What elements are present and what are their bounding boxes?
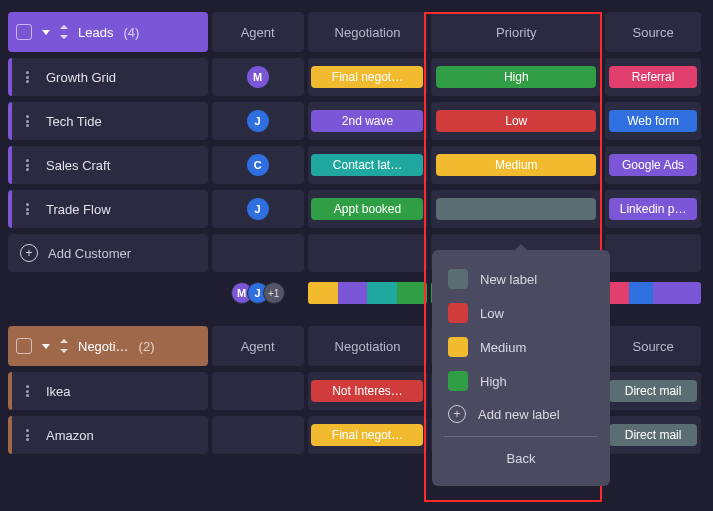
source-pill: Google Ads: [609, 154, 697, 176]
negotiation-cell[interactable]: Not Interes…: [308, 372, 428, 410]
priority-pill: Medium: [436, 154, 596, 176]
table-row[interactable]: Tech TideJ2nd waveLowWeb form: [8, 102, 705, 140]
kebab-icon[interactable]: [20, 114, 34, 128]
dropdown-back-button[interactable]: Back: [444, 443, 598, 474]
source-cell[interactable]: Linkedin p…: [605, 190, 701, 228]
agent-cell[interactable]: J: [212, 102, 304, 140]
dropdown-option[interactable]: Low: [444, 296, 598, 330]
negotiation-summary-bar: [308, 282, 428, 304]
add-new-label-button[interactable]: +Add new label: [444, 398, 598, 430]
group-header-negotiation[interactable]: Negoti… (2): [8, 326, 208, 366]
kebab-icon[interactable]: [20, 70, 34, 84]
add-customer-button[interactable]: + Add Customer: [8, 234, 208, 272]
row-name: Sales Craft: [46, 158, 110, 173]
kebab-icon[interactable]: [20, 202, 34, 216]
dropdown-option[interactable]: Medium: [444, 330, 598, 364]
group-count: (2): [139, 339, 155, 354]
priority-cell[interactable]: Medium: [431, 146, 601, 184]
group-title: Negoti…: [78, 339, 129, 354]
col-header-source[interactable]: Source: [605, 12, 701, 52]
source-pill: Direct mail: [609, 380, 697, 402]
agent-summary: MJ+1: [231, 282, 285, 304]
col-header-priority[interactable]: Priority: [431, 12, 601, 52]
priority-cell[interactable]: Low: [431, 102, 601, 140]
negotiation-pill: Final negot…: [311, 66, 423, 88]
source-cell[interactable]: Direct mail: [605, 372, 701, 410]
priority-cell[interactable]: [431, 190, 601, 228]
group-title: Leads: [78, 25, 113, 40]
priority-dropdown: New labelLowMediumHigh+Add new labelBack: [432, 250, 610, 486]
col-header-negotiation[interactable]: Negotiation: [308, 326, 428, 366]
priority-pill-empty: [436, 198, 596, 220]
kebab-icon[interactable]: [20, 428, 34, 442]
negotiation-pill: 2nd wave: [311, 110, 423, 132]
source-pill: Linkedin p…: [609, 198, 697, 220]
dropdown-option[interactable]: High: [444, 364, 598, 398]
source-pill: Direct mail: [609, 424, 697, 446]
col-header-agent[interactable]: Agent: [212, 12, 304, 52]
table-row[interactable]: Trade FlowJAppt bookedLinkedin p…: [8, 190, 705, 228]
agent-cell[interactable]: [212, 416, 304, 454]
avatar: J: [247, 110, 269, 132]
dropdown-option-label: Medium: [480, 340, 526, 355]
source-pill: Referral: [609, 66, 697, 88]
agent-cell[interactable]: C: [212, 146, 304, 184]
source-cell[interactable]: Referral: [605, 58, 701, 96]
plus-circle-icon: +: [20, 244, 38, 262]
sort-icon[interactable]: [60, 339, 68, 353]
table-row[interactable]: Growth GridMFinal negot…HighReferral: [8, 58, 705, 96]
source-cell[interactable]: Google Ads: [605, 146, 701, 184]
checkbox-icon[interactable]: [16, 338, 32, 354]
source-summary-bar: [605, 282, 701, 304]
negotiation-pill: Final negot…: [311, 424, 423, 446]
avatar: J: [247, 198, 269, 220]
row-name: Ikea: [46, 384, 71, 399]
negotiation-cell[interactable]: Appt booked: [308, 190, 428, 228]
negotiation-cell[interactable]: Contact lat…: [308, 146, 428, 184]
chevron-down-icon[interactable]: [42, 344, 50, 349]
negotiation-cell[interactable]: Final negot…: [308, 58, 428, 96]
color-swatch: [448, 303, 468, 323]
col-header-negotiation[interactable]: Negotiation: [308, 12, 428, 52]
group-count: (4): [123, 25, 139, 40]
negotiation-pill: Appt booked: [311, 198, 423, 220]
row-name: Growth Grid: [46, 70, 116, 85]
color-swatch: [448, 371, 468, 391]
kebab-icon[interactable]: [20, 384, 34, 398]
avatar: M: [247, 66, 269, 88]
col-header-agent[interactable]: Agent: [212, 326, 304, 366]
color-swatch: [448, 337, 468, 357]
priority-cell[interactable]: High: [431, 58, 601, 96]
dropdown-option[interactable]: New label: [444, 262, 598, 296]
chevron-down-icon[interactable]: [42, 30, 50, 35]
table-row[interactable]: Sales CraftCContact lat…MediumGoogle Ads: [8, 146, 705, 184]
checkbox-icon[interactable]: [16, 24, 32, 40]
agent-cell[interactable]: M: [212, 58, 304, 96]
row-name: Tech Tide: [46, 114, 102, 129]
dropdown-option-label: New label: [480, 272, 537, 287]
negotiation-cell[interactable]: 2nd wave: [308, 102, 428, 140]
priority-pill: Low: [436, 110, 596, 132]
negotiation-pill: Not Interes…: [311, 380, 423, 402]
row-name: Amazon: [46, 428, 94, 443]
agent-cell[interactable]: J: [212, 190, 304, 228]
agent-cell[interactable]: [212, 372, 304, 410]
col-header-source[interactable]: Source: [605, 326, 701, 366]
negotiation-cell[interactable]: Final negot…: [308, 416, 428, 454]
source-cell[interactable]: Web form: [605, 102, 701, 140]
avatar: C: [247, 154, 269, 176]
sort-icon[interactable]: [60, 25, 68, 39]
kebab-icon[interactable]: [20, 158, 34, 172]
dropdown-option-label: High: [480, 374, 507, 389]
plus-circle-icon: +: [448, 405, 466, 423]
source-pill: Web form: [609, 110, 697, 132]
avatar-overflow: +1: [263, 282, 285, 304]
priority-pill: High: [436, 66, 596, 88]
source-cell[interactable]: Direct mail: [605, 416, 701, 454]
group-header-leads[interactable]: Leads (4): [8, 12, 208, 52]
dropdown-option-label: Low: [480, 306, 504, 321]
color-swatch: [448, 269, 468, 289]
row-name: Trade Flow: [46, 202, 111, 217]
negotiation-pill: Contact lat…: [311, 154, 423, 176]
